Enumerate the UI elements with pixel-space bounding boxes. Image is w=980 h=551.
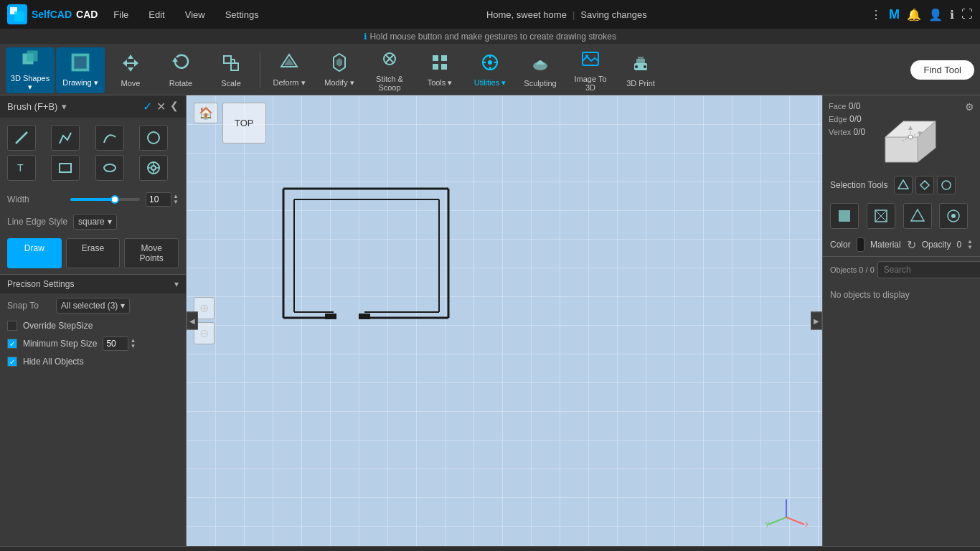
precision-settings-header[interactable]: Precison Settings ▾: [0, 274, 186, 293]
tool-utilities[interactable]: Utilities ▾: [466, 47, 514, 93]
opacity-arrows[interactable]: ▲ ▼: [967, 239, 973, 250]
user-icon[interactable]: 👤: [928, 8, 943, 22]
minimum-step-arrows[interactable]: ▲ ▼: [130, 338, 136, 349]
panel-collapse-icon[interactable]: ❮: [170, 100, 179, 113]
panel-check-icon[interactable]: ✓: [143, 100, 152, 113]
svg-marker-81: [911, 209, 924, 221]
saving-status: Saving changes: [580, 9, 647, 20]
sel-grid-all[interactable]: [939, 203, 968, 229]
logo-icon: [7, 4, 27, 24]
svg-point-83: [951, 214, 956, 218]
tool-sculpting[interactable]: Sculpting: [516, 47, 565, 93]
brush-target[interactable]: [139, 155, 168, 181]
snap-to-row: Snap To All selected (3) ▾: [0, 293, 186, 318]
brush-polyline[interactable]: [51, 125, 80, 151]
tool-move[interactable]: Move: [106, 47, 155, 93]
svg-point-41: [104, 164, 116, 171]
width-input[interactable]: [146, 192, 171, 207]
collapse-left-btn[interactable]: ◀: [187, 312, 198, 330]
hide-all-objects-checkbox[interactable]: [7, 357, 17, 367]
tool-scale[interactable]: Scale: [207, 47, 255, 93]
m-icon[interactable]: M: [889, 7, 900, 22]
opacity-value: 0: [956, 240, 961, 250]
line-edge-label: Line Edge Style: [7, 217, 67, 227]
svg-rect-33: [636, 59, 645, 63]
minimum-step-size-checkbox[interactable]: [7, 339, 17, 349]
find-tool-button[interactable]: Find Tool: [910, 60, 974, 80]
canvas-area[interactable]: 🏠 TOP ⊕ ⊖ ▶ ◀: [187, 95, 822, 546]
tool-modify[interactable]: Modify ▾: [315, 47, 364, 93]
tool-drawing[interactable]: Drawing ▾: [56, 47, 105, 93]
tool-3d-shapes-label: 3D Shapes ▾: [9, 74, 52, 92]
tool-stitch-scoop[interactable]: Stitch & Scoop: [365, 47, 414, 93]
app-logo[interactable]: SelfCADCAD: [7, 4, 98, 24]
brush-curve[interactable]: [95, 125, 124, 151]
fullscreen-icon[interactable]: ⛶: [961, 8, 973, 21]
collapse-right-btn[interactable]: ▶: [811, 312, 822, 330]
tool-3d-print[interactable]: 3D Print: [616, 47, 665, 93]
draw-button[interactable]: Draw: [7, 238, 62, 268]
tool-image-to-3d[interactable]: Image To 3D: [566, 47, 615, 93]
sel-grid-wire[interactable]: [867, 203, 895, 229]
svg-point-31: [585, 55, 588, 57]
snap-to-select[interactable]: All selected (3) ▾: [56, 298, 130, 314]
tool-3d-print-label: 3D Print: [626, 79, 655, 88]
minimum-step-size-row: Minimum Step Size ▲ ▼: [0, 334, 186, 354]
sel-icon-vertex[interactable]: [894, 176, 913, 194]
tool-move-label: Move: [121, 79, 141, 88]
color-row: Color Material ↻ Opacity 0 ▲ ▼: [823, 233, 980, 256]
sel-grid-solid[interactable]: [830, 203, 859, 229]
color-swatch[interactable]: [857, 237, 864, 252]
material-label: Material: [870, 240, 901, 250]
min-step-down[interactable]: ▼: [130, 344, 136, 349]
panel-close-icon[interactable]: ✕: [156, 100, 166, 113]
opacity-down[interactable]: ▼: [967, 245, 973, 250]
info-icon[interactable]: ℹ: [950, 8, 954, 22]
width-down-arrow[interactable]: ▼: [173, 199, 179, 205]
sel-grid-points[interactable]: [903, 203, 932, 229]
menu-edit[interactable]: Edit: [144, 6, 169, 23]
panel-dropdown-icon[interactable]: ▾: [62, 101, 67, 112]
sel-icon-edge[interactable]: [915, 176, 934, 194]
menu-settings[interactable]: Settings: [221, 6, 263, 23]
panel-header-left: Brush (F+B) ▾: [7, 101, 67, 112]
brush-rect[interactable]: [51, 155, 80, 181]
search-input[interactable]: [877, 261, 980, 278]
material-icon[interactable]: ↻: [907, 238, 916, 252]
override-stepsize-label: Override StepSize: [23, 321, 93, 331]
tool-tools[interactable]: Tools ▾: [415, 47, 464, 93]
override-stepsize-checkbox[interactable]: [7, 321, 17, 331]
brush-ellipse[interactable]: [95, 155, 124, 181]
image-to-3d-icon: [580, 49, 600, 73]
sel-icon-face[interactable]: [937, 176, 956, 194]
width-slider[interactable]: [70, 198, 140, 201]
project-info: Home, sweet home | Saving changes: [486, 9, 647, 20]
brush-circle[interactable]: [139, 125, 168, 151]
no-objects-message: No objects to display: [823, 283, 980, 307]
svg-text:Y: Y: [765, 521, 770, 529]
face-label: Face: [829, 102, 846, 110]
brush-text[interactable]: T: [7, 155, 36, 181]
menu-file[interactable]: File: [109, 6, 133, 23]
svg-line-37: [16, 132, 27, 143]
svg-marker-15: [336, 58, 342, 67]
hide-all-objects-row: Hide All Objects: [0, 354, 186, 369]
brush-line[interactable]: [7, 125, 36, 151]
line-edge-select[interactable]: square ▾: [73, 214, 117, 230]
selection-tool-icons: [894, 176, 956, 194]
logo-text: SelfCAD: [32, 9, 72, 20]
width-arrows[interactable]: ▲ ▼: [173, 194, 179, 205]
tool-3d-shapes[interactable]: 3D Shapes ▾: [6, 47, 55, 93]
tool-modify-label: Modify ▾: [324, 78, 354, 88]
tool-deform[interactable]: Deform ▾: [265, 47, 314, 93]
notification-icon[interactable]: 🔔: [907, 8, 921, 22]
minimum-step-size-input[interactable]: [103, 336, 128, 351]
menu-view[interactable]: View: [181, 6, 209, 23]
erase-button[interactable]: Erase: [66, 238, 121, 268]
vertex-value: 0/0: [854, 127, 866, 137]
move-points-button[interactable]: Move Points: [124, 238, 179, 268]
share-icon[interactable]: ⋮: [870, 8, 882, 22]
tool-rotate[interactable]: Rotate: [156, 47, 205, 93]
line-edge-arrow: ▾: [108, 217, 112, 227]
right-settings-icon[interactable]: ⚙: [965, 101, 974, 113]
